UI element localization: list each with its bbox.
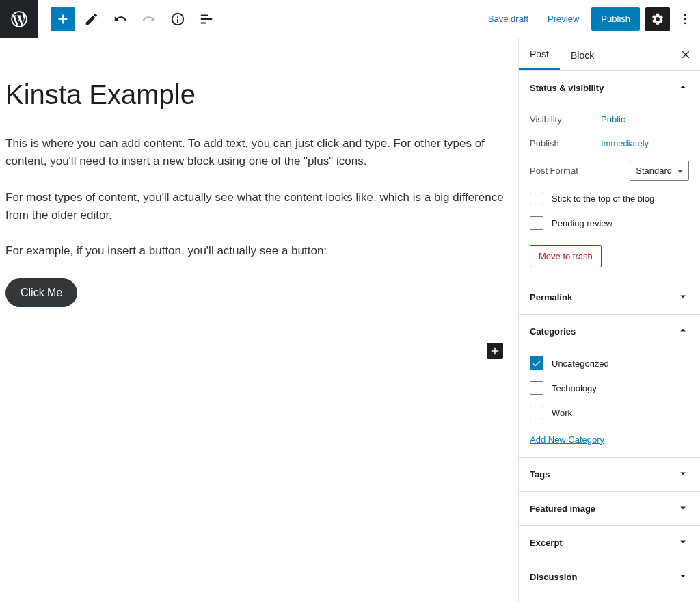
panel-header-tags[interactable]: Tags (519, 458, 700, 491)
panel-categories: Categories Uncategorized Technology Work… (519, 315, 700, 458)
edit-mode-button[interactable] (79, 7, 104, 31)
publish-label: Publish (530, 138, 601, 148)
row-stick-top: Stick to the top of the blog (530, 186, 689, 211)
panel-header-status[interactable]: Status & visibility (519, 71, 700, 105)
category-checkbox[interactable] (530, 381, 543, 395)
chevron-down-icon (677, 536, 689, 550)
category-checkbox[interactable] (530, 406, 543, 419)
chevron-up-icon (677, 81, 689, 95)
close-sidebar-button[interactable] (673, 38, 700, 70)
post-title[interactable]: Kinsta Example (5, 79, 513, 110)
panel-featured-image: Featured image (519, 492, 700, 526)
editor-canvas[interactable]: Kinsta Example This is where you can add… (0, 38, 518, 602)
panel-body-status: Visibility Public Publish Immediately Po… (519, 105, 700, 280)
pending-label: Pending review (552, 218, 612, 228)
paragraph-block[interactable]: This is where you can add content. To ad… (5, 135, 511, 171)
info-button[interactable] (165, 7, 190, 31)
preview-button[interactable]: Preview (541, 8, 586, 29)
panel-title: Categories (530, 326, 576, 337)
category-label: Technology (552, 383, 597, 393)
format-label: Post Format (530, 166, 578, 176)
panel-tags: Tags (519, 458, 700, 492)
svg-point-2 (684, 22, 686, 24)
svg-point-1 (684, 18, 686, 20)
panel-header-permalink[interactable]: Permalink (519, 280, 700, 314)
panel-layout: Layout (519, 594, 700, 602)
row-post-format: Post Format Standard (530, 155, 689, 186)
panel-status-visibility: Status & visibility Visibility Public Pu… (519, 71, 700, 280)
pending-checkbox[interactable] (530, 216, 543, 230)
main-area: Kinsta Example This is where you can add… (0, 38, 700, 602)
category-label: Work (552, 408, 572, 418)
publish-value[interactable]: Immediately (601, 138, 649, 148)
visibility-value[interactable]: Public (601, 114, 625, 125)
category-label: Uncategorized (552, 358, 609, 369)
button-block[interactable]: Click Me (5, 278, 77, 307)
more-options-button[interactable] (675, 7, 695, 31)
add-block-inline-button[interactable] (487, 343, 503, 359)
panel-title: Status & visibility (530, 83, 604, 93)
category-row: Work (530, 400, 689, 425)
chevron-up-icon (677, 324, 689, 339)
panel-body-categories: Uncategorized Technology Work Add New Ca… (519, 348, 700, 457)
toolbar-right: Save draft Preview Publish (481, 7, 695, 31)
panel-header-discussion[interactable]: Discussion (519, 560, 700, 594)
row-visibility: Visibility Public (530, 107, 689, 131)
panel-title: Excerpt (530, 538, 563, 548)
panel-title: Tags (530, 469, 550, 480)
tab-block[interactable]: Block (560, 40, 605, 69)
panel-header-featured[interactable]: Featured image (519, 492, 700, 525)
panel-header-categories[interactable]: Categories (519, 315, 700, 348)
panel-permalink: Permalink (519, 280, 700, 315)
settings-sidebar: Post Block Status & visibility Visibilit… (518, 38, 700, 602)
panel-title: Discussion (530, 572, 577, 582)
stick-checkbox[interactable] (530, 192, 543, 205)
panel-discussion: Discussion (519, 560, 700, 594)
wordpress-logo[interactable] (0, 0, 38, 38)
chevron-down-icon (677, 570, 689, 584)
post-format-select[interactable]: Standard (630, 161, 689, 181)
panel-title: Permalink (530, 292, 572, 302)
row-pending-review: Pending review (530, 211, 689, 235)
visibility-label: Visibility (530, 114, 601, 125)
add-block-button[interactable] (51, 7, 75, 31)
paragraph-block[interactable]: For example, if you insert a button, you… (5, 242, 511, 260)
save-draft-button[interactable]: Save draft (481, 8, 535, 29)
paragraph-block[interactable]: For most types of content, you'll actual… (5, 189, 511, 225)
panel-header-layout[interactable]: Layout (519, 594, 700, 602)
settings-button[interactable] (645, 7, 670, 31)
category-row: Technology (530, 376, 689, 400)
category-checkbox[interactable] (530, 356, 543, 370)
publish-button[interactable]: Publish (591, 7, 640, 31)
redo-button[interactable] (137, 7, 161, 31)
tab-post[interactable]: Post (519, 39, 560, 70)
undo-button[interactable] (108, 7, 133, 31)
chevron-down-icon (677, 467, 689, 482)
stick-label: Stick to the top of the blog (552, 194, 654, 204)
category-row: Uncategorized (530, 351, 689, 376)
chevron-down-icon (677, 501, 689, 516)
toolbar-left (38, 7, 219, 31)
outline-button[interactable] (194, 7, 219, 31)
add-new-category-link[interactable]: Add New Category (530, 434, 604, 445)
svg-point-0 (684, 14, 686, 16)
top-toolbar: Save draft Preview Publish (0, 0, 700, 38)
move-to-trash-button[interactable]: Move to trash (530, 245, 602, 267)
panel-header-excerpt[interactable]: Excerpt (519, 526, 700, 560)
panel-title: Featured image (530, 503, 595, 514)
sidebar-tabs: Post Block (519, 38, 700, 71)
panel-excerpt: Excerpt (519, 526, 700, 560)
chevron-down-icon (677, 290, 689, 304)
button-block-wrap: Click Me (5, 278, 513, 307)
row-publish: Publish Immediately (530, 131, 689, 155)
